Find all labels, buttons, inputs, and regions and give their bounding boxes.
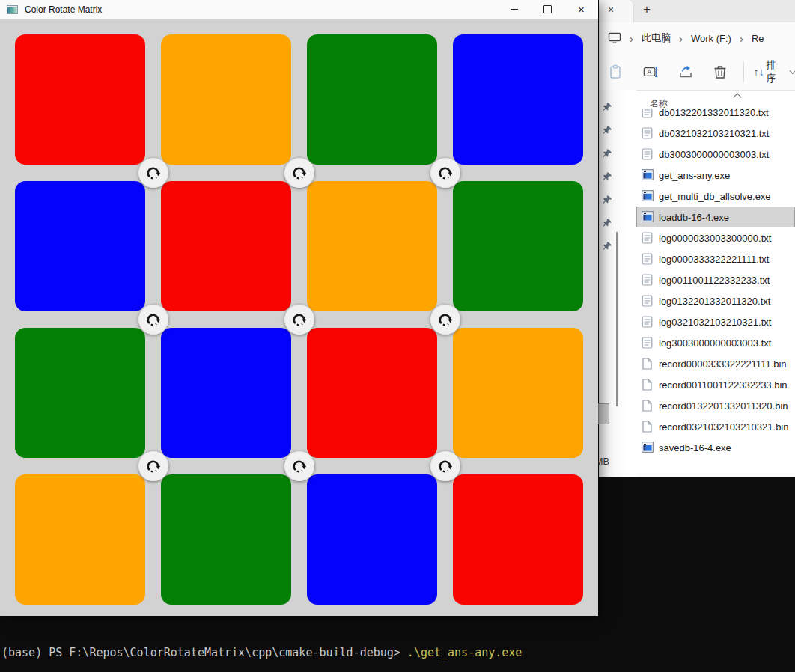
- tile-r1c3-green: [453, 181, 583, 311]
- minimize-icon: [511, 9, 518, 10]
- exe-file-icon: [642, 442, 654, 453]
- sort-arrow-up-icon: ↑: [754, 66, 759, 78]
- sort-control[interactable]: ↑ ↓ 排序: [754, 58, 795, 85]
- bin-file-icon: [642, 379, 654, 391]
- rotate-clockwise-icon: [144, 458, 162, 475]
- share-icon[interactable]: [678, 64, 693, 79]
- rotate-button-r0c1[interactable]: [284, 158, 314, 188]
- file-row[interactable]: get_multi_db_allsolve.exe: [636, 186, 795, 207]
- file-row[interactable]: log0000033003300000.txt: [636, 227, 795, 248]
- file-row[interactable]: log3003000000003003.txt: [636, 332, 795, 353]
- tile-r0c0-red: [15, 34, 145, 165]
- tile-r0c1-orange: [161, 34, 291, 165]
- explorer-toolbar: A ↑ ↓ 排序: [599, 54, 795, 91]
- txt-file-icon: [642, 253, 654, 265]
- title-bar[interactable]: Color Rotate Matrix ×: [0, 0, 598, 19]
- exe-file-icon: [642, 211, 654, 223]
- tile-r2c3-orange: [453, 328, 583, 458]
- file-row[interactable]: get_ans-any.exe: [636, 165, 795, 186]
- delete-icon[interactable]: [713, 64, 728, 79]
- maximize-icon: [543, 5, 552, 13]
- exe-file-icon: [642, 190, 654, 202]
- rotate-button-r1c0[interactable]: [138, 305, 168, 335]
- rotate-button-r2c2[interactable]: [430, 451, 460, 481]
- file-row[interactable]: record0011001122332233.bin: [636, 374, 795, 395]
- file-row[interactable]: loaddb-16-4.exe: [636, 207, 795, 227]
- new-tab-button[interactable]: +: [639, 2, 655, 17]
- tile-r3c0-orange: [15, 474, 145, 605]
- nav-pane-edge: MB: [599, 90, 636, 477]
- rotate-clockwise-icon: [436, 458, 454, 475]
- breadcrumb-chevron-icon: ›: [740, 33, 743, 44]
- tile-r1c2-orange: [307, 181, 437, 311]
- terminal-window[interactable]: (base) PS F:\Repos\ColorRotateMatrix\cpp…: [1, 617, 522, 672]
- rotate-button-r1c2[interactable]: [430, 305, 460, 335]
- txt-file-icon: [642, 274, 654, 286]
- window-controls: ×: [497, 0, 598, 19]
- nav-pane-fragment: [598, 403, 609, 424]
- tile-r1c1-red: [161, 181, 291, 311]
- svg-text:A: A: [647, 69, 651, 76]
- rotate-clockwise-icon: [290, 311, 308, 329]
- tile-r2c2-red: [307, 328, 437, 458]
- file-row[interactable]: db0132201332011320.txt: [636, 109, 795, 123]
- txt-file-icon: [642, 316, 654, 328]
- pinned-item-pin-icon: [603, 148, 612, 158]
- pinned-item-pin-icon: [603, 241, 612, 251]
- rotate-button-r0c0[interactable]: [138, 158, 168, 188]
- breadcrumb: › 此电脑 › Work (F:) › Re: [599, 22, 795, 54]
- file-row[interactable]: savedb-16-4.exe: [636, 437, 795, 458]
- rename-icon[interactable]: A: [643, 64, 658, 79]
- file-row[interactable]: log0321032103210321.txt: [636, 311, 795, 332]
- minimize-button[interactable]: [497, 0, 531, 19]
- rotate-clockwise-icon: [436, 165, 454, 182]
- pinned-item-pin-icon: [603, 218, 612, 227]
- this-pc-icon[interactable]: [608, 32, 621, 44]
- terminal-prompt: (base) PS F:\Repos\ColorRotateMatrix\cpp…: [1, 646, 400, 659]
- color-rotate-matrix-window: Color Rotate Matrix ×: [0, 0, 598, 616]
- tab-close-icon[interactable]: ×: [608, 4, 614, 16]
- breadcrumb-chevron-icon: ›: [630, 33, 633, 44]
- file-row[interactable]: db3003000000003003.txt: [636, 144, 795, 165]
- file-explorer-window: × + › 此电脑 › Work (F:) › Re A ↑ ↓ 排序: [599, 0, 795, 477]
- bin-file-icon: [642, 358, 654, 370]
- rotate-button-r2c0[interactable]: [138, 451, 168, 481]
- rotate-clockwise-icon: [290, 165, 308, 182]
- chevron-down-icon: [789, 67, 795, 74]
- breadcrumb-item-this-pc[interactable]: 此电脑: [642, 31, 671, 45]
- rotate-button-r0c2[interactable]: [430, 158, 460, 188]
- close-icon: ×: [578, 4, 585, 15]
- pinned-item-pin-icon: [603, 102, 612, 112]
- file-row[interactable]: record0000333322221111.bin: [636, 353, 795, 374]
- terminal-command: .\get_ans-any.exe: [400, 646, 523, 659]
- sort-label: 排序: [767, 58, 784, 85]
- explorer-tab-bar: × +: [599, 0, 795, 22]
- rotate-clockwise-icon: [436, 311, 454, 329]
- file-row[interactable]: record0132201332011320.bin: [636, 395, 795, 416]
- file-row[interactable]: log0132201332011320.txt: [636, 290, 795, 311]
- bin-file-icon: [642, 421, 654, 433]
- file-row[interactable]: log0000333322221111.txt: [636, 248, 795, 269]
- rotate-button-r2c1[interactable]: [284, 451, 314, 481]
- tile-r2c1-blue: [161, 328, 291, 458]
- explorer-active-tab[interactable]: ×: [599, 0, 634, 22]
- tile-r0c3-blue: [453, 34, 583, 165]
- paste-icon[interactable]: [609, 64, 623, 79]
- nav-scrollbar[interactable]: [616, 232, 618, 406]
- maximize-button[interactable]: [531, 0, 564, 19]
- file-list: db0132201332011320.txt db032103210321032…: [636, 109, 795, 477]
- txt-file-icon: [642, 148, 654, 160]
- toolbar-separator: [743, 62, 744, 82]
- file-row[interactable]: db0321032103210321.txt: [636, 123, 795, 144]
- breadcrumb-item-drive[interactable]: Work (F:): [691, 33, 731, 44]
- file-row[interactable]: record0321032103210321.bin: [636, 416, 795, 437]
- rotate-button-r1c1[interactable]: [284, 305, 314, 335]
- close-button[interactable]: ×: [564, 0, 598, 19]
- txt-file-icon: [642, 109, 654, 118]
- txt-file-icon: [642, 127, 654, 139]
- tile-r0c2-green: [307, 34, 437, 165]
- rotate-clockwise-icon: [144, 165, 162, 182]
- bin-file-icon: [642, 400, 654, 412]
- breadcrumb-item-folder[interactable]: Re: [752, 33, 764, 44]
- file-row[interactable]: log0011001122332233.txt: [636, 269, 795, 290]
